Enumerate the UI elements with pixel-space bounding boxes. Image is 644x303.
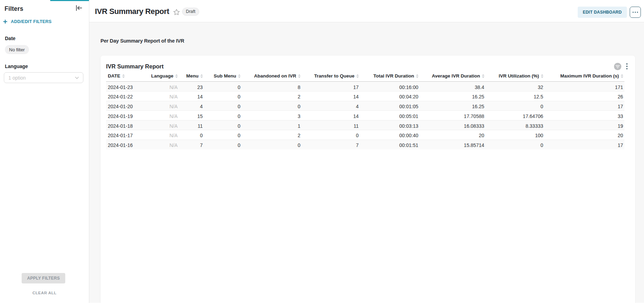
table-cell: 12.5 — [486, 91, 545, 101]
favorite-star-button[interactable] — [173, 8, 180, 16]
widget-title: IVR Summary Report — [106, 63, 164, 70]
table-cell: 32 — [486, 82, 545, 91]
plus-icon — [3, 20, 7, 24]
table-cell: 100 — [486, 130, 545, 140]
table-cell: 7 — [302, 140, 360, 149]
page-header: IVR Summary Report Draft EDIT DASHBOARD — [89, 0, 644, 22]
column-header-transfer-to-queue[interactable]: Transfer to Queue — [302, 71, 360, 82]
report-widget-card: IVR Summary Report — [100, 56, 635, 303]
table-cell: 00:05:01 — [360, 111, 420, 120]
column-label: IVR Utilization (%) — [499, 73, 539, 79]
column-header-abandoned-on-ivr[interactable]: Abandoned on IVR — [242, 71, 302, 82]
table-header-row: DATELanguageMenuSub MenuAbandoned on IVR… — [106, 71, 624, 82]
table-cell: 2024-01-22 — [106, 91, 155, 101]
widget-filter-button[interactable] — [614, 63, 621, 70]
column-header-total-ivr-duration[interactable]: Total IVR Duration — [360, 71, 420, 82]
sort-icon — [200, 74, 203, 79]
table-cell: N/A — [155, 101, 179, 111]
table-cell: N/A — [155, 130, 179, 140]
add-edit-filters-label: ADD/EDIT FILTERS — [11, 19, 52, 24]
chevron-down-icon — [75, 76, 79, 79]
table-cell: 00:01:51 — [360, 140, 420, 149]
more-options-button[interactable] — [630, 7, 641, 18]
table-cell: 7 — [179, 140, 204, 149]
table-cell: 16.08333 — [420, 120, 486, 130]
table-cell: 00:04:20 — [360, 91, 420, 101]
ellipsis-icon — [632, 12, 638, 13]
kebab-menu-icon — [626, 63, 628, 69]
table-cell: 00:03:13 — [360, 120, 420, 130]
date-filter-label: Date — [5, 36, 15, 41]
table-cell: 14 — [179, 91, 204, 101]
column-header-sub-menu[interactable]: Sub Menu — [204, 71, 242, 82]
table-cell: 00:16:00 — [360, 82, 420, 91]
column-header-date[interactable]: DATE — [106, 71, 155, 82]
language-select[interactable]: 1 option — [4, 72, 83, 83]
sort-icon — [540, 74, 544, 79]
table-cell: 0 — [204, 120, 242, 130]
table-cell: N/A — [155, 111, 179, 120]
column-header-maximum-ivr-duration-s-[interactable]: Maximum IVR Duration (s) — [545, 71, 624, 82]
column-header-average-ivr-duration[interactable]: Average IVR Duration — [420, 71, 486, 82]
column-label: Abandoned on IVR — [254, 73, 296, 79]
collapse-sidebar-button[interactable] — [74, 4, 83, 13]
page-title: IVR Summary Report — [95, 7, 169, 16]
table-cell: 15.85714 — [420, 140, 486, 149]
sort-icon — [415, 74, 419, 79]
table-cell: 11 — [179, 120, 204, 130]
column-label: DATE — [108, 73, 120, 79]
column-label: Language — [151, 73, 173, 79]
sort-icon — [175, 74, 178, 79]
table-cell: 20 — [545, 130, 624, 140]
table-cell: 33 — [545, 111, 624, 120]
column-label: Maximum IVR Duration (s) — [560, 73, 619, 79]
status-badge: Draft — [182, 8, 199, 16]
table-cell: 17 — [545, 101, 624, 111]
table-cell: 8.33333 — [486, 120, 545, 130]
sort-icon — [122, 74, 125, 79]
dashboard-content: Per Day Summary Report of the IVR IVR Su… — [89, 22, 644, 303]
collapse-panel-icon — [75, 5, 82, 13]
table-cell: 0 — [179, 130, 204, 140]
table-cell: 17 — [302, 82, 360, 91]
sort-icon — [356, 74, 359, 79]
table-cell: 19 — [545, 120, 624, 130]
table-row: 2024-01-18N/A11011100:03:1316.083338.333… — [106, 120, 624, 130]
table-cell: 14 — [302, 111, 360, 120]
table-cell: 0 — [204, 101, 242, 111]
column-header-ivr-utilization-[interactable]: IVR Utilization (%) — [486, 71, 545, 82]
column-label: Average IVR Duration — [432, 73, 480, 79]
sort-icon — [298, 74, 301, 79]
clear-all-button[interactable]: CLEAR ALL — [0, 291, 89, 295]
edit-dashboard-button[interactable]: EDIT DASHBOARD — [578, 7, 627, 18]
apply-filters-button[interactable]: APPLY FILTERS — [22, 273, 65, 283]
table-cell: 16.25 — [420, 101, 486, 111]
date-filter-chip[interactable]: No filter — [5, 45, 29, 54]
widget-menu-button[interactable] — [626, 63, 628, 69]
table-cell: 14 — [302, 91, 360, 101]
table-cell: 3 — [242, 111, 302, 120]
column-header-language[interactable]: Language — [155, 71, 179, 82]
table-cell: 38.4 — [420, 82, 486, 91]
report-table-wrap: DATELanguageMenuSub MenuAbandoned on IVR… — [106, 71, 630, 149]
table-cell: 0 — [204, 140, 242, 149]
add-edit-filters-link[interactable]: ADD/EDIT FILTERS — [3, 19, 52, 24]
table-cell: 17.70588 — [420, 111, 486, 120]
column-label: Transfer to Queue — [314, 73, 354, 79]
table-cell: 2024-01-19 — [106, 111, 155, 120]
table-cell: 2024-01-18 — [106, 120, 155, 130]
table-cell: 17 — [545, 140, 624, 149]
column-label: Menu — [186, 73, 199, 79]
table-cell: 0 — [242, 101, 302, 111]
filters-sidebar: Filters ADD/EDIT FILTERS Date No filter … — [0, 0, 89, 303]
sidebar-accent-bar — [50, 0, 89, 1]
section-title: Per Day Summary Report of the IVR — [100, 38, 184, 44]
widget-header: IVR Summary Report — [100, 56, 635, 71]
column-header-menu[interactable]: Menu — [179, 71, 204, 82]
sort-icon — [620, 74, 624, 79]
table-cell: 16.25 — [420, 91, 486, 101]
language-filter-label: Language — [5, 64, 28, 69]
table-cell: 00:01:05 — [360, 101, 420, 111]
table-cell: N/A — [155, 82, 179, 91]
main-area: IVR Summary Report Draft EDIT DASHBOARD … — [89, 0, 644, 303]
